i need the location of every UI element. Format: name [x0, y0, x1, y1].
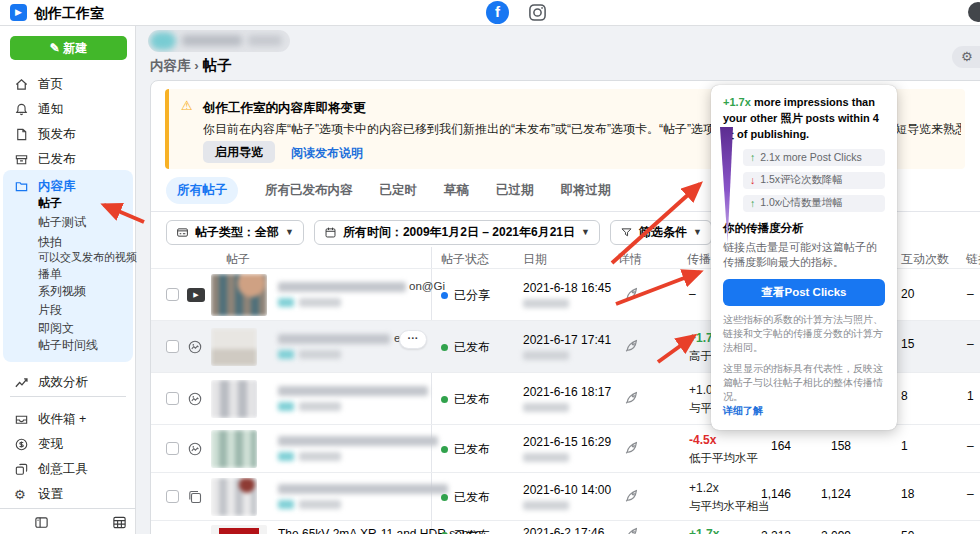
boost-rocket-icon[interactable]: [623, 337, 640, 354]
table-row[interactable]: 已发布 2021-6-10 14:00 +1.2x 与平均水平相当 1,146 …: [151, 472, 980, 520]
creator-studio-app: ▶ 创作工作室 f ✎ 新建 首页 通知 预发布 已发布 内容库: [0, 0, 980, 534]
instagram-icon[interactable]: [528, 3, 547, 22]
post-thumbnail[interactable]: SALE: [211, 525, 267, 534]
row-checkbox[interactable]: [166, 392, 179, 405]
boost-rocket-icon[interactable]: [623, 389, 640, 406]
post-type-icon: [176, 226, 189, 239]
collapse-sidebar-icon[interactable]: [34, 515, 49, 530]
sidebar-item-home[interactable]: 首页: [0, 72, 136, 96]
photo-type-icon: [187, 339, 203, 355]
post-clicks-value: 2,099: [801, 529, 851, 534]
sidebar-subitem-crosspost-videos[interactable]: 可以交叉发布的视频: [38, 250, 137, 267]
sidebar-item-creative-tools[interactable]: 创意工具: [0, 457, 136, 481]
sidebar-item-notifications[interactable]: 通知: [0, 97, 136, 121]
photo-type-icon: [187, 391, 203, 407]
post-thumbnail[interactable]: [211, 430, 257, 468]
document-icon: [14, 127, 29, 142]
sidebar-item-insights[interactable]: 成效分析: [0, 370, 136, 394]
status-dot: [441, 344, 448, 351]
insights-chart-icon: [14, 375, 29, 390]
post-thumbnail[interactable]: [211, 274, 267, 316]
sidebar-subitem-clips[interactable]: 片段: [38, 302, 62, 319]
post-thumbnail[interactable]: [211, 380, 257, 418]
sidebar-item-prepublish[interactable]: 预发布: [0, 122, 136, 146]
row-checkbox[interactable]: [166, 442, 179, 455]
page-identity-chip[interactable]: [148, 30, 290, 52]
col-post[interactable]: 帖子: [226, 251, 250, 268]
gear-icon: ⚙: [14, 487, 29, 502]
boost-rocket-icon[interactable]: [623, 285, 640, 302]
arrow-up-icon: ↑: [750, 197, 755, 209]
creator-studio-logo-icon[interactable]: ▶: [10, 4, 27, 21]
col-engagement[interactable]: 互动次数: [901, 251, 949, 268]
sidebar-subitem-instant-articles[interactable]: 即阅文: [38, 320, 74, 337]
post-title-suffix[interactable]: on@Gi: [409, 280, 445, 292]
sidebar-item-monetization[interactable]: 变现: [0, 432, 136, 456]
table-row[interactable]: SALE The 65kV 2mA XR-11 and HDR senso 已发…: [151, 520, 980, 534]
page-avatar-blurred: [150, 32, 176, 50]
status-dot: [441, 396, 448, 403]
row-checkbox[interactable]: [166, 288, 179, 301]
sidebar-subitem-stories[interactable]: 快拍: [38, 234, 62, 251]
col-date[interactable]: 日期: [523, 251, 547, 268]
col-distribution[interactable]: 传播: [687, 251, 711, 268]
status-dot: [441, 494, 448, 501]
start-tour-button[interactable]: 启用导览: [203, 141, 275, 163]
sidebar-subitem-post-testing[interactable]: 帖子测试: [38, 214, 86, 231]
view-post-clicks-button[interactable]: 查看Post Clicks: [723, 279, 885, 306]
sidebar-item-settings[interactable]: ⚙ 设置: [0, 482, 136, 506]
boost-rocket-icon[interactable]: [623, 525, 640, 534]
folder-icon: [14, 179, 29, 194]
post-thumbnail[interactable]: [211, 478, 257, 516]
post-date: 2021-6-10 14:00: [523, 483, 611, 497]
new-post-button[interactable]: ✎ 新建: [10, 36, 127, 60]
tab-drafts[interactable]: 草稿: [444, 182, 469, 199]
sidebar-subitem-post-timeline[interactable]: 帖子时间线: [38, 337, 98, 354]
sidebar-subitem-series[interactable]: 系列视频: [38, 283, 86, 300]
breadcrumb-parent[interactable]: 内容库: [150, 58, 191, 73]
col-details[interactable]: 详情: [618, 251, 642, 268]
distribution-value: –: [689, 287, 696, 301]
link-clicks-value: –: [967, 439, 974, 453]
boost-rocket-icon[interactable]: [623, 487, 640, 504]
row-menu-button[interactable]: ···: [399, 330, 427, 349]
release-notes-link[interactable]: 阅读发布说明: [291, 145, 363, 162]
post-thumbnail[interactable]: [211, 328, 257, 366]
sidebar-item-content-library[interactable]: 内容库: [0, 174, 136, 198]
sidebar-subitem-posts[interactable]: 帖子: [38, 195, 62, 212]
tab-all-posts[interactable]: 所有帖子: [166, 177, 238, 204]
facebook-icon[interactable]: f: [486, 1, 509, 24]
sidebar-item-inbox[interactable]: 收件箱 +: [0, 407, 136, 431]
link-clicks-value: –: [967, 287, 974, 301]
photo-type-icon: [187, 441, 203, 457]
header-action-button[interactable]: ⚙: [952, 46, 980, 68]
status-badge: 已发布: [441, 391, 490, 408]
tab-scheduled[interactable]: 已定时: [380, 182, 418, 199]
row-checkbox[interactable]: [166, 340, 179, 353]
col-link-clicks[interactable]: 链接点击量: [966, 251, 980, 268]
conditions-filter[interactable]: 筛选条件▼: [610, 220, 712, 245]
home-icon: [14, 77, 29, 92]
col-status[interactable]: 帖子状态: [441, 251, 489, 268]
engagement-value: 20: [901, 287, 914, 301]
dollar-icon: [14, 437, 29, 452]
tab-expired[interactable]: 已过期: [496, 182, 534, 199]
keypad-icon[interactable]: [112, 515, 127, 530]
table-row[interactable]: 已发布 2021-6-15 16:29 -4.5x 低于平均水平 164 158…: [151, 424, 980, 472]
date-range-filter[interactable]: 所有时间：2009年1月2日 – 2021年6月21日▼: [314, 220, 600, 245]
status-dot: [441, 446, 448, 453]
post-type-filter[interactable]: 帖子类型：全部▼: [166, 220, 304, 245]
tab-expiring[interactable]: 即将过期: [561, 182, 611, 199]
sidebar-subitem-playlists[interactable]: 播单: [38, 266, 62, 283]
boost-rocket-icon[interactable]: [623, 439, 640, 456]
row-checkbox[interactable]: [166, 490, 179, 503]
tab-all-published[interactable]: 所有已发布内容: [265, 182, 353, 199]
post-clicks-value: 158: [801, 439, 851, 453]
sidebar-item-published[interactable]: 已发布: [0, 147, 136, 171]
inbox-icon: [14, 412, 29, 427]
post-date: 2021-6-16 18:17: [523, 385, 611, 399]
learn-more-link[interactable]: 详细了解: [723, 405, 763, 416]
tooltip-footnote-2: 这里显示的指标具有代表性，反映这篇帖子与以往帖子相比的整体传播情况。详细了解: [723, 362, 885, 418]
engagement-value: 18: [901, 487, 914, 501]
profile-avatar[interactable]: [968, 2, 980, 22]
